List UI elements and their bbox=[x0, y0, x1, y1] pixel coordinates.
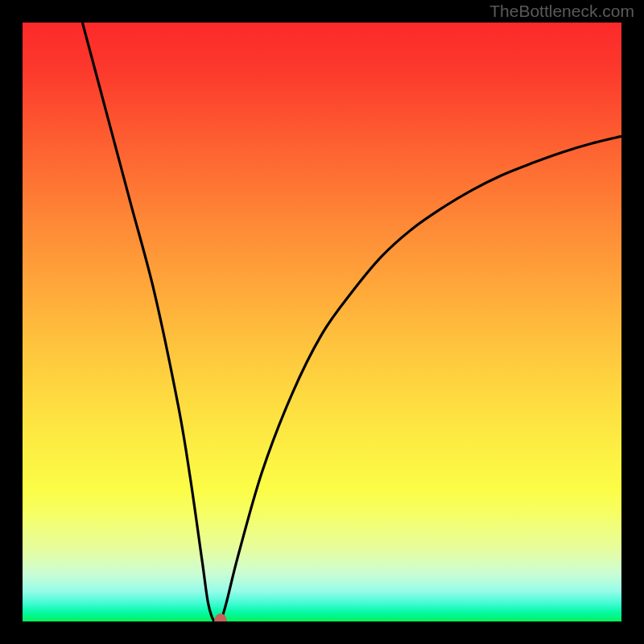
attribution-text: TheBottleneck.com bbox=[489, 2, 634, 21]
curve-svg bbox=[23, 23, 621, 621]
bottleneck-curve bbox=[82, 23, 621, 621]
plot-area bbox=[23, 23, 621, 621]
